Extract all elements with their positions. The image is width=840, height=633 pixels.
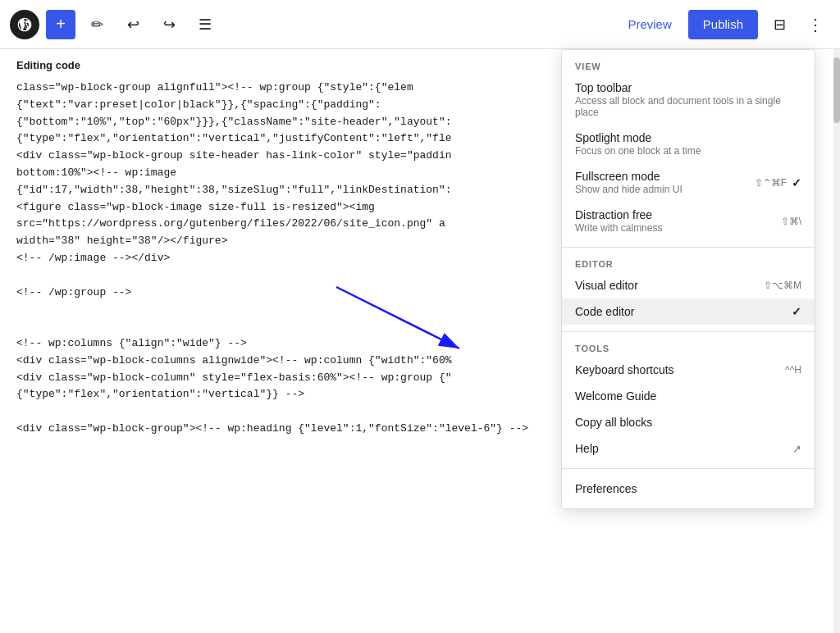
menu-item-distraction-free[interactable]: Distraction free Write with calmness ⇧⌘\	[562, 202, 815, 240]
view-section-label: VIEW	[562, 57, 815, 75]
layout-toggle-button[interactable]: ⊟	[765, 10, 794, 39]
distraction-shortcut: ⇧⌘\	[781, 216, 801, 227]
fullscreen-check: ✓	[792, 176, 801, 189]
menu-item-spotlight[interactable]: Spotlight mode Focus on one block at a t…	[562, 125, 815, 163]
preview-button[interactable]: Preview	[618, 11, 681, 38]
undo-icon: ↩	[127, 16, 139, 34]
menu-item-help[interactable]: Help ↗	[562, 435, 815, 462]
tools-section: TOOLS Keyboard shortcuts ^^H Welcome Gui…	[562, 332, 815, 469]
more-options-icon: ⋮	[807, 15, 824, 34]
list-icon: ☰	[199, 16, 212, 34]
menu-item-code-editor[interactable]: Code editor ✓	[562, 298, 815, 325]
publish-button[interactable]: Publish	[688, 10, 758, 39]
wordpress-logo[interactable]	[10, 10, 39, 39]
scrollbar-track[interactable]	[833, 49, 840, 633]
visual-editor-shortcut: ⇧⌥⌘M	[764, 280, 801, 291]
fullscreen-shortcut: ⇧⌃⌘F	[755, 177, 787, 189]
pencil-icon: ✏	[91, 16, 103, 34]
code-editor-check: ✓	[792, 305, 801, 318]
menu-item-preferences[interactable]: Preferences	[562, 476, 815, 502]
menu-item-visual-editor[interactable]: Visual editor ⇧⌥⌘M	[562, 272, 815, 298]
editor-section-label: EDITOR	[562, 254, 815, 272]
list-view-button[interactable]: ☰	[190, 10, 220, 39]
options-button[interactable]: ⋮	[801, 10, 830, 39]
options-dropdown: VIEW Top toolbar Access all block and do…	[561, 49, 815, 509]
tools-section-label: TOOLS	[562, 339, 815, 357]
menu-item-copy-all-blocks[interactable]: Copy all blocks	[562, 409, 815, 435]
plus-icon: +	[56, 15, 66, 34]
menu-item-top-toolbar[interactable]: Top toolbar Access all block and documen…	[562, 75, 815, 125]
redo-icon: ↪	[163, 16, 176, 34]
add-block-button[interactable]: +	[46, 10, 75, 39]
edit-button[interactable]: ✏	[82, 10, 112, 39]
layout-icon: ⊟	[774, 16, 786, 34]
preferences-section: Preferences	[562, 469, 815, 508]
menu-item-keyboard-shortcuts[interactable]: Keyboard shortcuts ^^H	[562, 357, 815, 383]
keyboard-shortcut: ^^H	[785, 364, 801, 376]
view-section: VIEW Top toolbar Access all block and do…	[562, 50, 815, 248]
menu-item-fullscreen[interactable]: Fullscreen mode Show and hide admin UI ⇧…	[562, 163, 815, 202]
scrollbar-thumb[interactable]	[833, 57, 840, 123]
editor-section: EDITOR Visual editor ⇧⌥⌘M Code editor ✓	[562, 248, 815, 332]
menu-item-welcome-guide[interactable]: Welcome Guide	[562, 383, 815, 409]
external-link-icon: ↗	[792, 443, 801, 455]
redo-button[interactable]: ↪	[154, 10, 184, 39]
undo-button[interactable]: ↩	[118, 10, 148, 39]
top-toolbar: + ✏ ↩ ↪ ☰ Preview Publish ⊟ ⋮	[0, 0, 840, 49]
